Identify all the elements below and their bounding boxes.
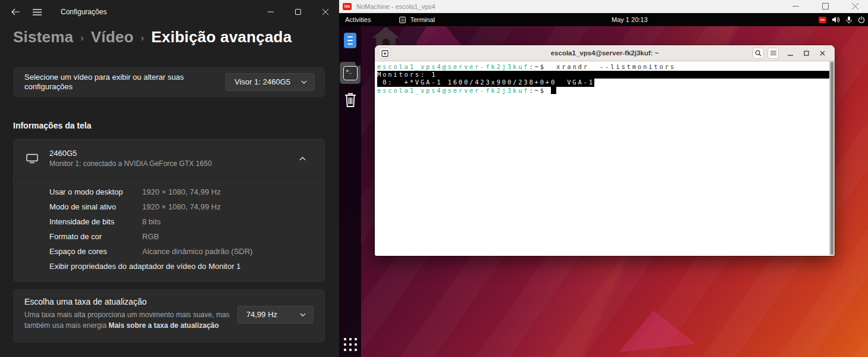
row-value: RGB: [142, 232, 159, 241]
info-row-color-format: Formato de cor RGB: [49, 229, 312, 244]
nomachine-maximize-button[interactable]: [820, 2, 830, 11]
nomachine-close-button[interactable]: [850, 2, 860, 11]
clock-label[interactable]: May 1 20:13: [612, 13, 648, 26]
refresh-rate-more-link[interactable]: Mais sobre a taxa de atualização: [108, 321, 218, 330]
monitor-card-header[interactable]: 2460G5 Monitor 1: conectado a NVIDIA GeF…: [14, 139, 324, 177]
menu-icon: [770, 51, 776, 55]
settings-caption-controls: [257, 0, 339, 24]
screen-info-section-title: Informações da tela: [13, 121, 339, 130]
breadcrumb-separator: ›: [80, 32, 84, 44]
terminal-prompt-suffix: :~$: [529, 63, 545, 70]
breadcrumb-item-sistema[interactable]: Sistema: [13, 28, 73, 46]
terminal-output-text: 0: +*VGA-1 1600/423x900/238+0+0 VGA-1: [377, 79, 594, 86]
display-selector-dropdown[interactable]: Visor 1: 2460G5: [225, 73, 315, 91]
nomachine-caption-controls: [791, 2, 868, 11]
hamburger-icon: [33, 9, 42, 15]
refresh-rate-card: Escolha uma taxa de atualização Uma taxa…: [13, 289, 325, 343]
chevron-down-icon: [301, 80, 307, 84]
microphone-icon[interactable]: [845, 16, 853, 24]
breadcrumb-current-page: Exibição avançada: [151, 28, 292, 46]
power-icon[interactable]: [858, 16, 865, 24]
nomachine-logo-icon: !m: [343, 3, 352, 10]
trash-icon: [344, 92, 357, 108]
info-row-color-space: Espaço de cores Alcance dinâmico padrão …: [49, 244, 312, 259]
adapter-properties-link[interactable]: Exibir propriedades do adaptador de víde…: [49, 259, 312, 274]
close-icon: [852, 3, 858, 10]
row-label: Espaço de cores: [49, 247, 142, 256]
nomachine-window: !m NoMachine - escola1_vps4: [339, 0, 868, 357]
settings-minimize-button[interactable]: [257, 0, 284, 24]
wallpaper-shape: [619, 311, 696, 352]
nomachine-window-title: NoMachine - escola1_vps4: [356, 3, 435, 10]
terminal-menu-button[interactable]: [767, 48, 779, 59]
settings-close-button[interactable]: [312, 0, 339, 24]
monitor-name: 2460G5: [49, 149, 212, 158]
row-label: Usar o modo desktop: [49, 187, 142, 196]
row-label: Intensidade de bits: [49, 217, 142, 226]
breadcrumb-item-video[interactable]: Vídeo: [91, 28, 134, 46]
terminal-command: xrandr --listmonitors: [546, 63, 676, 70]
terminal-cursor: [551, 87, 556, 94]
nav-menu-button[interactable]: [26, 3, 48, 21]
terminal-app-icon: >: [399, 17, 406, 23]
activities-button[interactable]: Activities: [339, 13, 377, 26]
terminal-body[interactable]: escola1_vps4@server-fk2j3kuf:~$ xrandr -…: [375, 61, 835, 255]
terminal-close-button[interactable]: [817, 48, 827, 58]
terminal-icon: >_: [343, 66, 358, 80]
dock-item-files[interactable]: [344, 33, 356, 48]
terminal-search-button[interactable]: [753, 48, 764, 59]
terminal-output-line: 0: +*VGA-1 1600/423x900/238+0+0 VGA-1: [377, 79, 835, 86]
scrollbar-thumb[interactable]: [831, 62, 833, 255]
display-selector-value: Visor 1: 2460G5: [234, 77, 290, 86]
terminal-maximize-button[interactable]: [801, 48, 811, 58]
gnome-topbar: Activities > Terminal May 1 20:13 !m: [339, 13, 868, 26]
terminal-titlebar-buttons: [753, 48, 835, 59]
terminal-minimize-button[interactable]: [785, 48, 795, 58]
terminal-lines: escola1_vps4@server-fk2j3kuf:~$ xrandr -…: [375, 61, 835, 95]
refresh-rate-value: 74,99 Hz: [246, 310, 277, 319]
volume-icon[interactable]: [832, 16, 840, 23]
settings-window-title: Configurações: [61, 8, 106, 16]
terminal-titlebar[interactable]: escola1_vps4@server-fk2j3kuf: ~: [375, 45, 835, 61]
nomachine-minimize-button[interactable]: [791, 2, 800, 11]
monitor-header-text: 2460G5 Monitor 1: conectado a NVIDIA GeF…: [49, 149, 212, 168]
close-icon: [820, 51, 825, 56]
breadcrumb-separator: ›: [141, 32, 145, 44]
terminal-line-prompt: escola1_vps4@server-fk2j3kuf:~$: [377, 87, 835, 95]
settings-window: Configurações Sistema › Vídeo › Exibição…: [0, 0, 339, 357]
back-button[interactable]: [5, 3, 26, 21]
terminal-scrollbar[interactable]: [829, 61, 835, 255]
info-row-bit-depth: Intensidade de bits 8 bits: [49, 214, 312, 229]
select-display-label: Selecione um vídeo para exibir ou altera…: [24, 73, 210, 92]
dock-item-trash[interactable]: [344, 92, 357, 108]
focused-app-menu[interactable]: > Terminal: [399, 16, 435, 23]
row-value: 1920 × 1080, 74,99 Hz: [142, 202, 221, 211]
terminal-prompt: escola1_vps4@server-fk2j3kuf: [377, 87, 529, 94]
settings-titlebar: Configurações: [0, 0, 339, 24]
chevron-up-icon: [299, 156, 306, 161]
terminal-prompt-suffix: :~$: [529, 87, 545, 94]
refresh-rate-dropdown[interactable]: 74,99 Hz: [237, 306, 314, 324]
maximize-icon: [822, 3, 829, 10]
monitor-icon: [26, 153, 39, 164]
terminal-window: escola1_vps4@server-fk2j3kuf: ~: [375, 45, 835, 256]
collapse-card-button[interactable]: [293, 149, 311, 167]
minimize-icon: [788, 51, 793, 56]
row-label: Modo de sinal ativo: [49, 202, 142, 211]
terminal-line-command: escola1_vps4@server-fk2j3kuf:~$ xrandr -…: [377, 63, 835, 71]
monitor-info-card: 2460G5 Monitor 1: conectado a NVIDIA GeF…: [13, 139, 325, 282]
info-row-desktop-mode: Usar o modo desktop 1920 × 1080, 74,99 H…: [49, 184, 312, 199]
nomachine-tray-icon[interactable]: !m: [819, 17, 826, 23]
focused-app-label: Terminal: [410, 16, 435, 23]
show-applications-button[interactable]: [344, 338, 357, 351]
nomachine-titlebar: !m NoMachine - escola1_vps4: [339, 0, 868, 13]
minimize-icon: [792, 3, 799, 10]
refresh-rate-text: Escolha uma taxa de atualização Uma taxa…: [24, 297, 234, 335]
refresh-rate-title: Escolha uma taxa de atualização: [24, 297, 234, 306]
maximize-icon: [295, 9, 301, 15]
terminal-prompt: escola1_vps4@server-fk2j3kuf: [377, 63, 529, 70]
row-label: Formato de cor: [49, 232, 142, 241]
files-icon: [344, 33, 356, 48]
settings-maximize-button[interactable]: [284, 0, 312, 24]
row-value: 1920 × 1080, 74,99 Hz: [142, 187, 221, 196]
